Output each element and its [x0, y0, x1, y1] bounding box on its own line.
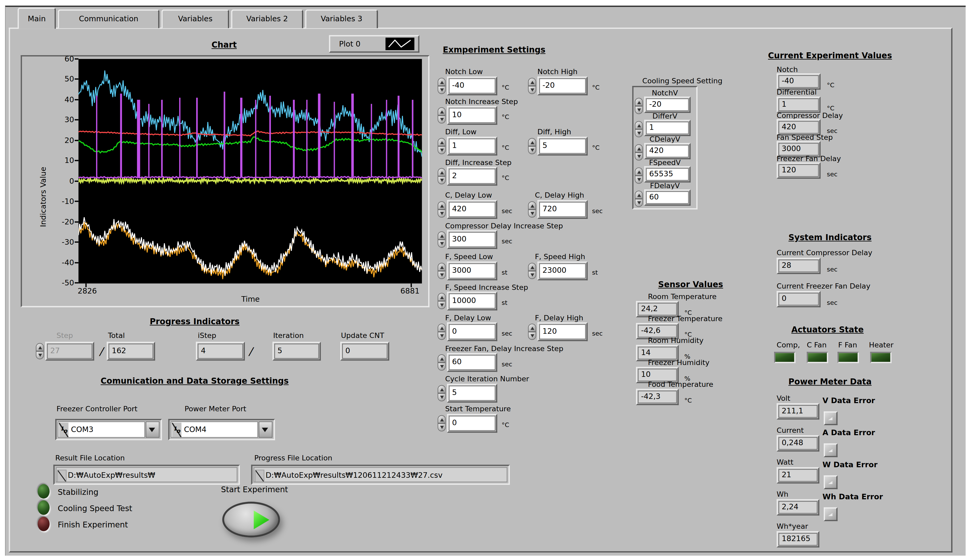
spinner-down-icon[interactable]: [438, 301, 446, 309]
spinner-up-icon[interactable]: [438, 107, 446, 115]
spinner-up-icon[interactable]: [438, 354, 446, 362]
spinner-down-icon[interactable]: [528, 86, 536, 94]
notchv-field[interactable]: -20: [644, 97, 691, 113]
notch-low-field[interactable]: -40: [447, 77, 497, 95]
progress-file-path-value[interactable]: D:₩AutoExp₩results₩120611212433₩27.csv: [266, 471, 443, 480]
power-port-value[interactable]: COM4: [184, 425, 206, 434]
result-file-path-value[interactable]: D:₩AutoExp₩results₩: [68, 471, 155, 480]
notch-step-spinner[interactable]: [438, 107, 446, 123]
tab-communication[interactable]: Communication: [58, 10, 160, 28]
spinner-down-icon[interactable]: [438, 393, 446, 401]
power-port-combo[interactable]: COM4: [168, 419, 275, 440]
spinner-down-icon[interactable]: [438, 271, 446, 279]
w-data-error-button[interactable]: [824, 475, 838, 489]
fdelay-step-field[interactable]: 60: [447, 353, 497, 372]
wh-data-error-button[interactable]: [824, 507, 838, 522]
tab-variables-3[interactable]: Variables 3: [305, 10, 378, 28]
freezer-port-value[interactable]: COM3: [71, 425, 94, 434]
spinner-up-icon[interactable]: [438, 323, 446, 332]
diff-low-spinner[interactable]: [438, 138, 446, 154]
cycle-iteration-spinner[interactable]: [438, 385, 446, 401]
tab-variables[interactable]: Variables: [161, 10, 229, 28]
progress-file-path-field[interactable]: D:₩AutoExp₩results₩120611212433₩27.csv: [251, 465, 510, 485]
spinner-down-icon[interactable]: [438, 240, 446, 248]
spinner-down-icon[interactable]: [438, 210, 446, 218]
combo-dropdown-icon[interactable]: [146, 422, 160, 438]
fdelayv-spinner[interactable]: [635, 190, 643, 207]
tab-main[interactable]: Main: [18, 8, 56, 29]
spinner-down-icon[interactable]: [438, 362, 446, 370]
spinner-down-icon[interactable]: [438, 332, 446, 340]
result-file-path-field[interactable]: D:₩AutoExp₩results₩: [54, 465, 240, 485]
fspeed-step-field[interactable]: 10000: [447, 292, 497, 311]
spinner-down-icon[interactable]: [635, 199, 643, 207]
fdelay-high-field[interactable]: 120: [537, 322, 587, 342]
start-experiment-button[interactable]: [222, 502, 280, 537]
differv-field[interactable]: 1: [644, 120, 691, 136]
cdelay-high-field[interactable]: 720: [537, 200, 587, 219]
spinner-down-icon[interactable]: [528, 146, 536, 154]
cdelay-step-spinner[interactable]: [438, 232, 446, 248]
cdelay-low-spinner[interactable]: [438, 201, 446, 218]
cdelayv-field[interactable]: 420: [644, 143, 691, 159]
spinner-down-icon[interactable]: [438, 115, 446, 123]
fspeed-step-spinner[interactable]: [438, 293, 446, 309]
spinner-up-icon[interactable]: [528, 78, 536, 86]
fspeed-low-spinner[interactable]: [438, 263, 446, 279]
spinner-up-icon[interactable]: [438, 415, 446, 423]
spinner-down-icon[interactable]: [438, 423, 446, 432]
diff-step-field[interactable]: 2: [447, 167, 497, 186]
plot-line-icon[interactable]: [386, 38, 415, 50]
start-temperature-spinner[interactable]: [438, 415, 446, 432]
diff-high-field[interactable]: 5: [537, 137, 587, 155]
spinner-up-icon[interactable]: [528, 263, 536, 271]
freezer-port-combo[interactable]: COM3: [55, 419, 162, 440]
spinner-up-icon[interactable]: [438, 78, 446, 86]
chart-legend[interactable]: Plot 0: [329, 35, 420, 53]
spinner-up-icon[interactable]: [438, 263, 446, 271]
cycle-iteration-field[interactable]: 5: [447, 384, 497, 403]
spinner-up-icon[interactable]: [528, 323, 536, 332]
fspeed-high-field[interactable]: 23000: [537, 262, 587, 280]
tab-variables-2[interactable]: Variables 2: [231, 10, 303, 28]
spinner-up-icon[interactable]: [635, 167, 643, 175]
spinner-down-icon[interactable]: [528, 332, 536, 340]
fdelay-low-field[interactable]: 0: [447, 322, 497, 342]
spinner-down-icon[interactable]: [438, 146, 446, 154]
cdelay-high-spinner[interactable]: [528, 201, 536, 218]
spinner-up-icon[interactable]: [528, 138, 536, 146]
diff-low-field[interactable]: 1: [447, 137, 497, 155]
spinner-up-icon[interactable]: [438, 385, 446, 393]
fdelay-step-spinner[interactable]: [438, 354, 446, 370]
spinner-down-icon[interactable]: [528, 271, 536, 279]
spinner-down-icon[interactable]: [36, 351, 44, 359]
spinner-up-icon[interactable]: [635, 121, 643, 129]
spinner-up-icon[interactable]: [36, 343, 44, 351]
notch-step-field[interactable]: 10: [447, 106, 497, 125]
spinner-down-icon[interactable]: [528, 210, 536, 218]
spinner-up-icon[interactable]: [635, 190, 643, 199]
fdelay-high-spinner[interactable]: [528, 323, 536, 340]
spinner-up-icon[interactable]: [438, 232, 446, 240]
cdelay-step-field[interactable]: 300: [447, 230, 497, 249]
a-data-error-button[interactable]: [824, 443, 838, 457]
spinner-up-icon[interactable]: [438, 168, 446, 176]
combo-dropdown-icon[interactable]: [259, 422, 273, 438]
notch-high-spinner[interactable]: [528, 78, 536, 94]
fspeed-low-field[interactable]: 3000: [447, 262, 497, 280]
diff-step-spinner[interactable]: [438, 168, 446, 185]
notch-high-field[interactable]: -20: [537, 77, 587, 95]
cdelay-low-field[interactable]: 420: [447, 200, 497, 219]
step-spinner[interactable]: [36, 343, 44, 359]
spinner-up-icon[interactable]: [635, 144, 643, 152]
fdelayv-field[interactable]: 60: [644, 190, 691, 206]
notch-low-spinner[interactable]: [438, 78, 446, 94]
spinner-up-icon[interactable]: [438, 201, 446, 210]
fdelay-low-spinner[interactable]: [438, 323, 446, 340]
spinner-up-icon[interactable]: [438, 293, 446, 301]
spinner-up-icon[interactable]: [635, 98, 643, 106]
diff-high-spinner[interactable]: [528, 138, 536, 154]
v-data-error-button[interactable]: [824, 411, 838, 425]
start-temperature-field[interactable]: 0: [447, 414, 497, 433]
spinner-up-icon[interactable]: [528, 201, 536, 210]
